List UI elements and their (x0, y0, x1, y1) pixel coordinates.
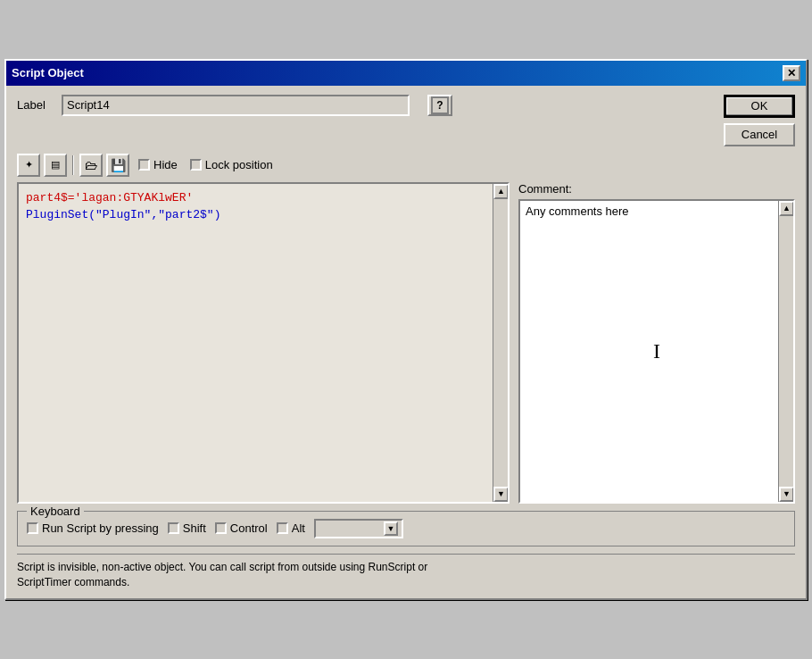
run-script-label[interactable]: Run Script by pressing (27, 521, 159, 535)
label-input[interactable] (62, 95, 410, 116)
toolbar-row: ✦ ▤ 🗁 💾 Hide Lock position (17, 154, 795, 177)
lock-position-label: Lock position (205, 158, 273, 171)
ok-button[interactable]: OK (724, 95, 795, 118)
toolbar-btn-edit[interactable]: ▤ (44, 154, 67, 177)
help-ok-area: ? (427, 95, 452, 116)
comment-cursor: I (653, 339, 660, 363)
title-bar: Script Object ✕ (6, 61, 806, 86)
dialog-body: Label ? OK Cancel ✦ ▤ (6, 86, 806, 599)
hide-label: Hide (153, 158, 178, 171)
label-row: Label ? OK Cancel (17, 95, 795, 146)
toolbar-btn-cursor[interactable]: ✦ (17, 154, 40, 177)
cursor-icon: ✦ (25, 159, 33, 171)
scroll-down-btn[interactable]: ▼ (493, 487, 509, 502)
code-editor[interactable]: part4$='lagan:GTYAKlwER' PluginSet("Plug… (17, 182, 510, 504)
toolbar-btn-open[interactable]: 🗁 (79, 154, 103, 177)
close-button[interactable]: ✕ (783, 65, 800, 81)
keyboard-section: Keyboard Run Script by pressing Shift Co… (17, 511, 795, 546)
toolbar-separator (72, 155, 74, 175)
control-label[interactable]: Control (215, 521, 268, 535)
comment-box[interactable]: Any comments here I ▲ ▼ (518, 199, 795, 504)
checkbox-group: Hide Lock position (138, 158, 273, 171)
help-icon: ? (431, 96, 449, 114)
control-text: Control (230, 521, 268, 535)
comment-scrollbar: ▲ ▼ (778, 201, 793, 502)
label-input-group: Label ? (17, 95, 706, 116)
open-icon: 🗁 (85, 158, 97, 172)
scroll-track (493, 199, 508, 487)
dialog-title: Script Object (12, 66, 84, 79)
comment-text: Any comments here (520, 201, 793, 221)
control-checkbox[interactable] (215, 522, 227, 534)
alt-text: Alt (292, 521, 305, 535)
keyboard-inner: Run Script by pressing Shift Control Alt… (27, 519, 785, 538)
comment-scroll-up-btn[interactable]: ▲ (779, 201, 794, 216)
comment-scroll-down-btn[interactable]: ▼ (779, 487, 794, 502)
code-line-1: part4$='lagan:GTYAKlwER' (26, 189, 501, 207)
key-dropdown[interactable]: ▼ (314, 519, 403, 538)
keyboard-legend: Keyboard (27, 505, 84, 518)
comment-area: Comment: Any comments here I ▲ ▼ (518, 182, 795, 504)
code-line-2: PluginSet("PlugIn","part2$") (26, 206, 501, 224)
label-text: Label (17, 98, 53, 112)
toolbar-btn-save[interactable]: 💾 (106, 154, 129, 177)
shift-checkbox[interactable] (168, 522, 179, 534)
code-scrollbar: ▲ ▼ (493, 184, 508, 502)
scroll-up-btn[interactable]: ▲ (493, 184, 509, 199)
lock-position-checkbox-label[interactable]: Lock position (190, 158, 273, 171)
comment-scroll-track (779, 216, 793, 487)
run-script-text: Run Script by pressing (42, 521, 159, 535)
help-button[interactable]: ? (427, 95, 452, 116)
hide-checkbox-label[interactable]: Hide (138, 158, 178, 171)
alt-label[interactable]: Alt (277, 521, 305, 535)
status-text: Script is invisible, non-active object. … (17, 561, 427, 588)
alt-checkbox[interactable] (277, 522, 288, 534)
comment-label: Comment: (518, 182, 795, 196)
run-script-checkbox[interactable] (27, 522, 38, 534)
content-area: part4$='lagan:GTYAKlwER' PluginSet("Plug… (17, 182, 795, 504)
edit-icon: ▤ (51, 159, 60, 171)
help-label: ? (436, 99, 443, 112)
shift-text: Shift (183, 521, 206, 535)
lock-position-checkbox[interactable] (190, 159, 202, 171)
code-editor-inner: part4$='lagan:GTYAKlwER' PluginSet("Plug… (19, 184, 508, 488)
cancel-button[interactable]: Cancel (724, 123, 795, 146)
shift-label[interactable]: Shift (168, 521, 206, 535)
right-buttons: OK Cancel (724, 95, 795, 146)
status-bar: Script is invisible, non-active object. … (17, 554, 795, 590)
save-icon: 💾 (111, 158, 126, 172)
hide-checkbox[interactable] (138, 159, 150, 171)
script-object-dialog: Script Object ✕ Label ? OK Cancel (4, 59, 808, 601)
key-dropdown-arrow: ▼ (384, 521, 398, 536)
